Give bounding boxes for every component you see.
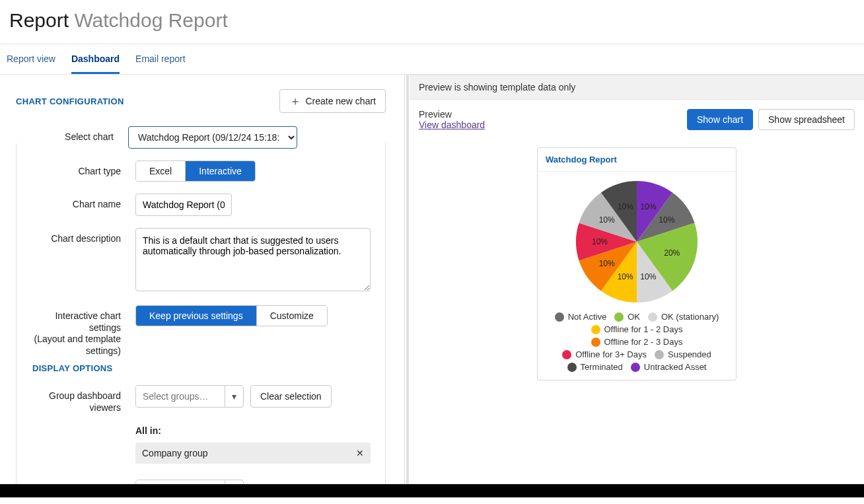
- group-select-combo[interactable]: ▾: [135, 385, 244, 408]
- pie-slice-label: 10%: [640, 202, 656, 211]
- pane-splitter[interactable]: [404, 75, 410, 484]
- chart-name-input[interactable]: [135, 194, 232, 216]
- tab-dashboard[interactable]: Dashboard: [71, 44, 120, 74]
- body-row: CHART CONFIGURATION ＋ Create new chart S…: [0, 75, 864, 484]
- preview-label: Preview: [419, 109, 485, 120]
- chart-type-interactive[interactable]: Interactive: [185, 161, 255, 181]
- title-main: Watchdog Report: [74, 9, 227, 31]
- title-prefix: Report: [9, 9, 69, 31]
- create-new-chart-label: Create new chart: [305, 96, 376, 106]
- chart-type-label: Chart type: [23, 161, 135, 176]
- group-chip-label: Company group: [142, 448, 208, 458]
- legend-swatch: [555, 312, 564, 322]
- individual-select-combo[interactable]: ▾: [135, 480, 244, 484]
- legend-item: Offline for 1 - 2 Days: [591, 324, 683, 334]
- config-header: CHART CONFIGURATION ＋ Create new chart: [16, 89, 386, 113]
- chart-desc-label: Chart description: [23, 228, 135, 244]
- legend-item: OK: [614, 312, 640, 322]
- legend-item: Untracked Asset: [631, 362, 707, 372]
- row-all-in: All in: Company group ✕: [23, 421, 369, 464]
- display-options-heading: DISPLAY OPTIONS: [32, 363, 369, 373]
- pie-slice-label: 10%: [592, 237, 608, 246]
- chevron-down-icon[interactable]: ▾: [225, 386, 243, 407]
- pie-slice-label: 10%: [659, 215, 674, 225]
- row-chart-description: Chart description This is a default char…: [23, 228, 369, 293]
- pie-slice-label: 20%: [664, 248, 680, 258]
- legend-item: Suspended: [655, 349, 711, 359]
- row-interactive-settings: Interactive chart settings (Layout and t…: [23, 305, 369, 357]
- interactive-settings-label: Interactive chart settings (Layout and t…: [23, 305, 135, 357]
- tab-email-report[interactable]: Email report: [135, 44, 185, 74]
- right-pane: Preview is showing template data only Pr…: [410, 75, 864, 484]
- pie-slice-label: 10%: [599, 215, 615, 225]
- group-viewers-label: Group dashboard viewers: [23, 385, 135, 414]
- legend-label: Offline for 2 - 3 Days: [604, 337, 683, 347]
- preview-notice: Preview is showing template data only: [410, 75, 864, 100]
- page-header: Report Watchdog Report: [0, 0, 864, 44]
- legend-swatch: [591, 338, 600, 347]
- select-chart-label: Select chart: [16, 126, 128, 142]
- legend-label: Terminated: [581, 362, 623, 372]
- pie-slice-label: 10%: [599, 259, 615, 268]
- pie-slice-label: 10%: [618, 202, 633, 211]
- create-new-chart-button[interactable]: ＋ Create new chart: [279, 89, 386, 113]
- legend-item: Offline for 2 - 3 Days: [591, 337, 683, 347]
- pie-slice-label: 10%: [640, 272, 656, 281]
- chart-type-toggle: Excel Interactive: [135, 161, 256, 182]
- legend-item: Not Active: [555, 312, 607, 322]
- footer-black: [0, 484, 864, 497]
- tabs: Report view Dashboard Email report: [0, 44, 864, 75]
- chart-type-excel[interactable]: Excel: [136, 161, 185, 181]
- row-chart-name: Chart name: [23, 194, 369, 216]
- legend-swatch: [591, 325, 600, 334]
- legend-label: Suspended: [668, 349, 711, 359]
- close-icon[interactable]: ✕: [356, 448, 364, 458]
- legend-label: OK (stationary): [661, 312, 719, 322]
- legend-label: OK: [628, 312, 640, 322]
- interactive-settings-toggle: Keep previous settings Customize: [135, 305, 328, 326]
- chevron-down-icon[interactable]: ▾: [225, 480, 243, 484]
- legend-item: Offline for 3+ Days: [562, 349, 647, 359]
- group-select-input[interactable]: [136, 386, 225, 407]
- chart-legend: Not ActiveOKOK (stationary)Offline for 1…: [538, 309, 736, 372]
- legend-swatch: [562, 350, 571, 359]
- left-pane: CHART CONFIGURATION ＋ Create new chart S…: [0, 75, 404, 484]
- legend-label: Offline for 1 - 2 Days: [604, 324, 683, 334]
- group-chip: Company group ✕: [135, 443, 371, 464]
- row-chart-type: Chart type Excel Interactive: [23, 161, 369, 182]
- individual-viewers-label: Individual dashboard: [23, 480, 135, 484]
- show-chart-button[interactable]: Show chart: [687, 109, 753, 130]
- row-individual-viewers: Individual dashboard ▾: [23, 480, 369, 484]
- page-title: Report Watchdog Report: [9, 9, 855, 32]
- legend-label: Untracked Asset: [644, 362, 707, 372]
- legend-swatch: [631, 363, 640, 372]
- legend-swatch: [614, 312, 624, 322]
- legend-swatch: [648, 312, 657, 322]
- pie-slice-label: 10%: [618, 272, 633, 281]
- all-in-label: All in:: [135, 425, 371, 436]
- chart-card: Watchdog Report 10%20%10%10%10%10%10%10%…: [537, 147, 737, 380]
- legend-swatch: [567, 363, 577, 372]
- pie-chart: 10%20%10%10%10%10%10%10%10%: [567, 177, 706, 309]
- chart-config-heading: CHART CONFIGURATION: [16, 96, 124, 106]
- chart-body: 10%20%10%10%10%10%10%10%10% Not ActiveOK…: [538, 172, 736, 380]
- chart-desc-textarea[interactable]: This is a default chart that is suggeste…: [135, 228, 371, 291]
- chart-name-label: Chart name: [23, 194, 135, 209]
- show-spreadsheet-button[interactable]: Show spreadsheet: [758, 109, 855, 130]
- legend-swatch: [655, 350, 664, 359]
- view-dashboard-link[interactable]: View dashboard: [419, 120, 485, 130]
- individual-select-input[interactable]: [136, 480, 225, 484]
- chart-card-title: Watchdog Report: [538, 148, 736, 172]
- legend-item: Terminated: [567, 362, 623, 372]
- preview-header: Preview View dashboard Show chart Show s…: [410, 100, 864, 134]
- legend-label: Not Active: [568, 312, 607, 322]
- select-chart-dropdown[interactable]: Watchdog Report (09/12/24 15:18:43): [128, 126, 297, 149]
- legend-label: Offline for 3+ Days: [575, 349, 647, 359]
- customize-button[interactable]: Customize: [256, 306, 327, 326]
- clear-selection-button[interactable]: Clear selection: [250, 385, 332, 408]
- chart-config-box: Chart type Excel Interactive Chart name …: [16, 143, 386, 484]
- row-group-viewers: Group dashboard viewers ▾ Clear selectio…: [23, 385, 369, 414]
- tab-report-view[interactable]: Report view: [7, 44, 55, 74]
- plus-icon: ＋: [289, 95, 301, 107]
- keep-previous-button[interactable]: Keep previous settings: [136, 306, 256, 326]
